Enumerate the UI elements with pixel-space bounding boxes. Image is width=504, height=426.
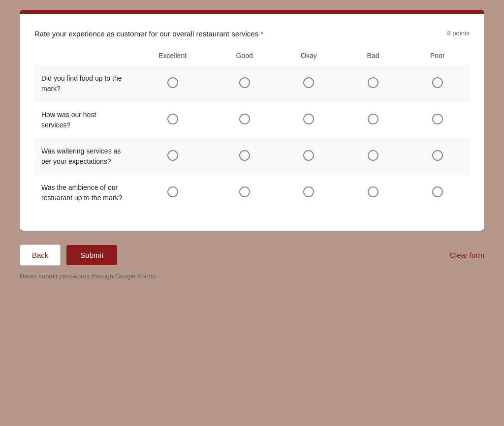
points-badge: 8 points bbox=[447, 30, 470, 37]
page-wrapper: Rate your experience as customer for our… bbox=[20, 10, 484, 280]
back-button[interactable]: Back bbox=[20, 244, 61, 266]
footer-left: Back Submit bbox=[20, 244, 117, 266]
row-label-waiter: Was waitering services as per your expec… bbox=[34, 138, 133, 175]
radio-host-poor[interactable] bbox=[432, 114, 443, 124]
radio-food-bad[interactable] bbox=[368, 77, 378, 88]
rating-grid: Excellent Good Okay Bad Poor Did you fin… bbox=[34, 52, 470, 211]
question-title: Rate your experience as customer for our… bbox=[34, 29, 447, 40]
radio-host-okay[interactable] bbox=[303, 114, 314, 124]
question-header: Rate your experience as customer for our… bbox=[34, 29, 470, 40]
table-row: Did you find food up to the mark? bbox=[34, 65, 470, 102]
radio-ambience-excellent[interactable] bbox=[167, 186, 178, 197]
table-row: Was the ambience of our restuarant up to… bbox=[34, 175, 470, 211]
col-header-poor: Poor bbox=[405, 52, 470, 65]
radio-host-good[interactable] bbox=[239, 114, 250, 124]
radio-waiter-good[interactable] bbox=[239, 150, 250, 161]
footer-bar: Back Submit Clear form bbox=[20, 244, 484, 266]
radio-ambience-okay[interactable] bbox=[303, 186, 314, 197]
row-label-host: How was our host services? bbox=[34, 102, 133, 138]
table-row: How was our host services? bbox=[34, 102, 470, 138]
row-label-food: Did you find food up to the mark? bbox=[34, 65, 133, 102]
clear-form-button[interactable]: Clear form bbox=[450, 251, 484, 259]
survey-card: Rate your experience as customer for our… bbox=[20, 10, 484, 231]
col-header-bad: Bad bbox=[341, 52, 406, 65]
col-header-excellent: Excellent bbox=[133, 52, 212, 65]
radio-ambience-good[interactable] bbox=[239, 186, 250, 197]
col-header-okay: Okay bbox=[277, 52, 341, 65]
row-label-ambience: Was the ambience of our restuarant up to… bbox=[34, 175, 133, 211]
col-header-blank bbox=[34, 52, 133, 65]
radio-food-poor[interactable] bbox=[432, 77, 443, 88]
table-row: Was waitering services as per your expec… bbox=[34, 138, 470, 175]
radio-host-bad[interactable] bbox=[368, 114, 378, 124]
disclaimer-text: Never submit passwords through Google Fo… bbox=[20, 273, 484, 280]
radio-host-excellent[interactable] bbox=[167, 114, 178, 124]
radio-waiter-excellent[interactable] bbox=[167, 150, 178, 161]
required-star: * bbox=[260, 30, 263, 38]
radio-food-excellent[interactable] bbox=[167, 77, 178, 88]
radio-ambience-bad[interactable] bbox=[368, 186, 378, 197]
radio-waiter-okay[interactable] bbox=[303, 150, 314, 161]
question-title-text: Rate your experience as customer for our… bbox=[34, 30, 258, 38]
col-header-good: Good bbox=[212, 52, 277, 65]
radio-food-good[interactable] bbox=[239, 77, 250, 88]
radio-ambience-poor[interactable] bbox=[432, 186, 443, 197]
radio-waiter-poor[interactable] bbox=[432, 150, 443, 161]
submit-button[interactable]: Submit bbox=[66, 245, 117, 265]
radio-waiter-bad[interactable] bbox=[368, 150, 378, 161]
radio-food-okay[interactable] bbox=[303, 77, 314, 88]
